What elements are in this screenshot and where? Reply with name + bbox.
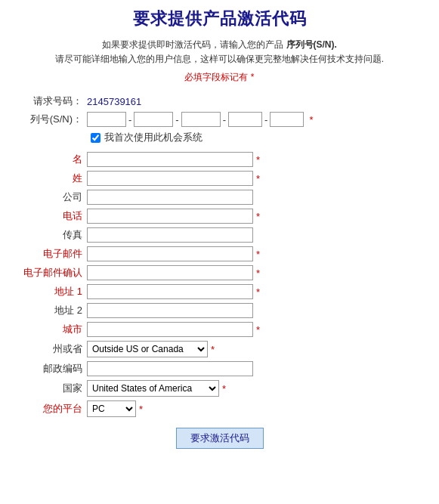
submit-row: 要求激活代码 (15, 428, 424, 449)
platform-label: 您的平台 (15, 402, 87, 416)
serial-part-2[interactable] (134, 112, 173, 127)
state-select[interactable]: Outside US or Canada Alabama Alaska Ariz… (87, 341, 208, 357)
city-row: 城市 * (15, 322, 424, 337)
last-name-row: 姓 * (15, 171, 424, 186)
email-input[interactable] (87, 246, 253, 261)
serial-sep-1: - (128, 114, 131, 125)
state-row: 州或省 Outside US or Canada Alabama Alaska … (15, 341, 424, 357)
country-row: 国家 United States of America Canada Mexic… (15, 380, 424, 397)
platform-row: 您的平台 PC Mac Linux * (15, 400, 424, 417)
state-label: 州或省 (15, 342, 87, 356)
last-name-star: * (256, 173, 260, 184)
description-line1: 如果要求提供即时激活代码，请输入您的产品 序列号(S/N). (15, 38, 424, 52)
state-dropdown-wrapper: Outside US or Canada Alabama Alaska Ariz… (87, 341, 215, 357)
phone-row: 电话 * (15, 209, 424, 224)
fax-input[interactable] (87, 227, 253, 243)
serial-required-star: * (309, 114, 313, 125)
email-row: 电子邮件 * (15, 246, 424, 261)
address2-label: 地址 2 (15, 304, 87, 317)
email-confirm-label: 电子邮件确认 (15, 266, 87, 280)
company-input[interactable] (87, 190, 253, 205)
serial-inputs: - - - - * (87, 112, 313, 127)
country-star: * (222, 383, 226, 394)
platform-dropdown-wrapper: PC Mac Linux * (87, 400, 143, 417)
request-number-row: 请求号码： 2145739161 (15, 94, 424, 108)
serial-highlight: 序列号(S/N). (286, 39, 337, 50)
company-row: 公司 (15, 190, 424, 205)
required-note: 必填字段标记有 * (15, 71, 424, 84)
serial-sep-3: - (223, 114, 226, 125)
address1-star: * (256, 286, 260, 298)
address1-row: 地址 1 * (15, 284, 424, 299)
address1-input[interactable] (87, 284, 253, 299)
email-label: 电子邮件 (15, 247, 87, 261)
platform-select[interactable]: PC Mac Linux (87, 400, 136, 417)
country-label: 国家 (15, 382, 87, 395)
first-name-row: 名 * (15, 152, 424, 167)
first-name-star: * (256, 154, 260, 165)
description-block: 如果要求提供即时激活代码，请输入您的产品 序列号(S/N). 请尽可能详细地输入… (15, 38, 424, 66)
city-input[interactable] (87, 322, 253, 337)
address2-input[interactable] (87, 303, 253, 318)
first-name-input[interactable] (87, 152, 253, 167)
serial-part-5[interactable] (270, 112, 304, 127)
serial-part-4[interactable] (228, 112, 262, 127)
email-confirm-row: 电子邮件确认 * (15, 265, 424, 280)
email-confirm-input[interactable] (87, 265, 253, 280)
request-number-value: 2145739161 (87, 96, 141, 107)
first-use-checkbox[interactable] (91, 133, 100, 143)
submit-button[interactable]: 要求激活代码 (176, 428, 264, 449)
serial-sep-2: - (175, 114, 178, 125)
form-section: 请求号码： 2145739161 列号(S/N)： - - - - * 我首次使… (15, 94, 424, 449)
phone-input[interactable] (87, 209, 253, 224)
email-star: * (256, 249, 260, 260)
serial-number-label: 列号(S/N)： (15, 113, 87, 126)
zip-row: 邮政编码 (15, 361, 424, 376)
country-dropdown-wrapper: United States of America Canada Mexico C… (87, 380, 226, 397)
first-name-label: 名 (15, 153, 87, 166)
address1-label: 地址 1 (15, 285, 87, 298)
fax-label: 传真 (15, 228, 87, 242)
page-title: 要求提供产品激活代码 (15, 8, 424, 30)
request-number-label: 请求号码： (15, 94, 87, 108)
phone-star: * (256, 211, 260, 222)
last-name-input[interactable] (87, 171, 253, 186)
zip-label: 邮政编码 (15, 362, 87, 376)
serial-sep-4: - (264, 114, 267, 125)
first-use-label[interactable]: 我首次使用此机会系统 (104, 131, 202, 144)
country-select[interactable]: United States of America Canada Mexico C… (87, 380, 219, 397)
serial-part-1[interactable] (87, 112, 126, 127)
page-container: 要求提供产品激活代码 如果要求提供即时激活代码，请输入您的产品 序列号(S/N)… (0, 0, 439, 464)
serial-part-3[interactable] (181, 112, 221, 127)
state-star: * (211, 344, 215, 355)
address2-row: 地址 2 (15, 303, 424, 318)
city-star: * (256, 324, 260, 335)
serial-number-row: 列号(S/N)： - - - - * (15, 112, 424, 127)
company-label: 公司 (15, 190, 87, 204)
first-use-checkbox-row: 我首次使用此机会系统 (91, 131, 424, 144)
email-confirm-star: * (256, 267, 260, 279)
platform-star: * (139, 404, 143, 415)
fax-row: 传真 (15, 227, 424, 243)
last-name-label: 姓 (15, 172, 87, 185)
description-line2: 请尽可能详细地输入您的用户信息，这样可以确保更完整地解决任何技术支持问题. (15, 52, 424, 66)
phone-label: 电话 (15, 209, 87, 223)
zip-input[interactable] (87, 361, 253, 376)
city-label: 城市 (15, 323, 87, 336)
